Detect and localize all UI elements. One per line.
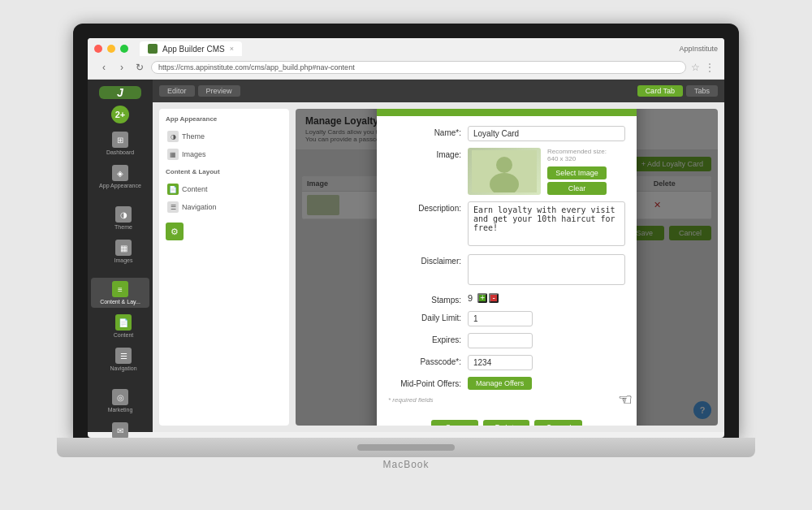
preview-svg — [472, 150, 537, 192]
top-nav: Editor Preview Card Tab Tabs — [153, 80, 724, 102]
navigation-icon: ☰ — [115, 348, 132, 364]
sidebar-item-dashboard[interactable]: ⊞ Dashboard — [91, 128, 149, 158]
description-row: Description: Earn loyalty with every vis… — [388, 201, 625, 248]
disclaimer-row: Disclaimer: — [388, 254, 625, 287]
sidebar-item-content[interactable]: ≡ Content & Lay... — [91, 278, 149, 308]
expires-input[interactable] — [468, 333, 533, 348]
modal-close-icon[interactable]: ✕ — [612, 109, 627, 110]
passcode-input[interactable] — [468, 355, 533, 370]
stamps-arrows: + - — [477, 293, 499, 303]
browser-tab[interactable]: App Builder CMS × — [140, 41, 242, 56]
card-editor-modal: Card Editor ✕ Name*: — [377, 109, 637, 426]
tab-favicon — [148, 44, 158, 54]
clear-image-button[interactable]: Clear — [547, 182, 607, 195]
sidebar-label-content-sub: Content — [114, 332, 134, 338]
stamps-label: Stamps: — [388, 293, 461, 305]
sidebar-label-images: Images — [114, 257, 133, 263]
image-preview-inner — [468, 148, 541, 195]
forward-button[interactable]: › — [115, 62, 128, 73]
sidebar-label-theme: Theme — [114, 224, 132, 230]
tab-close-icon[interactable]: × — [230, 45, 234, 53]
left-panel-content-active[interactable]: 📄 Content — [166, 180, 283, 198]
gear-button[interactable]: ⚙ — [166, 223, 184, 240]
sidebar-item-messaging[interactable]: ✉ Messaging — [91, 419, 149, 438]
sidebar-item-appearance[interactable]: ◈ App Appearance — [91, 162, 149, 192]
disclaimer-label: Disclaimer: — [388, 254, 461, 266]
messaging-icon: ✉ — [112, 422, 128, 438]
sidebar-label-dashboard: Dashboard — [106, 149, 134, 155]
sidebar-item-images[interactable]: ▦ Images — [91, 236, 149, 266]
modal-cancel-button[interactable]: Cancel — [534, 420, 582, 426]
left-panel-images[interactable]: ▦ Images — [166, 145, 283, 163]
image-actions: Recommended size: 640 x 320 Select Image… — [547, 148, 607, 195]
marketing-icon: ◎ — [112, 389, 128, 405]
description-control: Earn loyalty with every visit and get yo… — [468, 201, 625, 248]
modal-overlay: Card Editor ✕ Name*: — [296, 109, 718, 426]
content-layout-title: Content & Layout — [166, 168, 283, 175]
macbook-notch — [357, 444, 455, 451]
modal-delete-button[interactable]: Delete — [483, 420, 529, 426]
theme-list-label: Theme — [182, 132, 205, 140]
expires-row: Expires: — [388, 333, 625, 348]
theme-icon: ◑ — [115, 206, 132, 223]
daily-limit-input[interactable] — [468, 311, 533, 326]
left-panel-navigation[interactable]: ☰ Navigation — [166, 198, 283, 216]
sidebar-item-content-sub[interactable]: 📄 Content — [91, 311, 149, 341]
image-control: Recommended size: 640 x 320 Select Image… — [468, 148, 625, 195]
passcode-label: Passcode*: — [388, 355, 461, 366]
navigation-list-label: Navigation — [182, 203, 217, 211]
browser-chrome: App Builder CMS × AppInstitute ‹ › ↻ htt… — [88, 38, 724, 80]
dashboard-icon: ⊞ — [112, 132, 128, 148]
screen-outer: App Builder CMS × AppInstitute ‹ › ↻ htt… — [73, 24, 739, 438]
stamps-down-button[interactable]: - — [489, 293, 499, 303]
maximize-dot[interactable] — [120, 45, 128, 53]
expires-label: Expires: — [388, 333, 461, 344]
bookmark-icon[interactable]: ☆ — [691, 62, 700, 73]
modal-save-button[interactable]: Save — [431, 420, 479, 426]
screen-inner: App Builder CMS × AppInstitute ‹ › ↻ htt… — [88, 38, 724, 438]
content-active-icon: 📄 — [167, 184, 179, 195]
content-panels: App Appearance ◑ Theme ▦ Images Content … — [153, 102, 724, 432]
modal-footer: Save Delete Cancel — [377, 420, 637, 426]
back-button[interactable]: ‹ — [97, 62, 110, 73]
menu-icon[interactable]: ⋮ — [705, 62, 715, 73]
midpoint-control: Manage Offers — [468, 377, 625, 390]
sidebar: J 2+ ⊞ Dashboard ◈ App Appearance ◑ — [88, 80, 153, 432]
name-row: Name*: — [388, 126, 625, 141]
daily-limit-control — [468, 311, 625, 326]
navigation-list-icon: ☰ — [167, 201, 179, 213]
url-bar[interactable]: https://cms.appinstitute.com/cms/app_bui… — [151, 61, 686, 74]
close-dot[interactable] — [94, 45, 102, 53]
sidebar-label-content: Content & Lay... — [100, 299, 140, 305]
rec-size-label: Recommended size: 640 x 320 — [547, 148, 607, 162]
appearance-icon: ◈ — [112, 165, 128, 181]
content-icon: ≡ — [112, 281, 128, 297]
disclaimer-textarea[interactable] — [468, 254, 625, 285]
manage-offers-button[interactable]: Manage Offers — [468, 377, 532, 390]
sections-badge: 2+ — [111, 106, 129, 123]
svg-point-1 — [496, 157, 512, 173]
tabs-tab[interactable]: Tabs — [686, 85, 718, 97]
stamps-up-button[interactable]: + — [477, 293, 487, 303]
macbook-container: App Builder CMS × AppInstitute ‹ › ↻ htt… — [57, 24, 755, 486]
browser-titlebar: App Builder CMS × AppInstitute — [94, 41, 718, 56]
sidebar-label-appearance: App Appearance — [99, 183, 141, 188]
editor-tab[interactable]: Editor — [159, 85, 195, 97]
minimize-dot[interactable] — [107, 45, 115, 53]
description-label: Description: — [388, 201, 461, 213]
name-input[interactable] — [468, 126, 625, 141]
sidebar-item-theme[interactable]: ◑ Theme — [91, 203, 149, 233]
images-list-icon: ▦ — [167, 149, 179, 160]
select-image-button[interactable]: Select Image — [547, 166, 607, 179]
passcode-control — [468, 355, 625, 370]
card-tab[interactable]: Card Tab — [637, 85, 683, 97]
refresh-button[interactable]: ↻ — [133, 62, 146, 73]
preview-tab[interactable]: Preview — [198, 85, 240, 97]
sidebar-item-marketing[interactable]: ◎ Marketing — [91, 386, 149, 416]
sidebar-item-navigation[interactable]: ☰ Navigation — [91, 344, 149, 374]
left-panel-theme[interactable]: ◑ Theme — [166, 128, 283, 145]
description-textarea[interactable]: Earn loyalty with every visit and get yo… — [468, 201, 625, 246]
name-label: Name*: — [388, 126, 461, 137]
left-panel: App Appearance ◑ Theme ▦ Images Content … — [159, 109, 289, 426]
sidebar-label-marketing: Marketing — [108, 407, 133, 413]
